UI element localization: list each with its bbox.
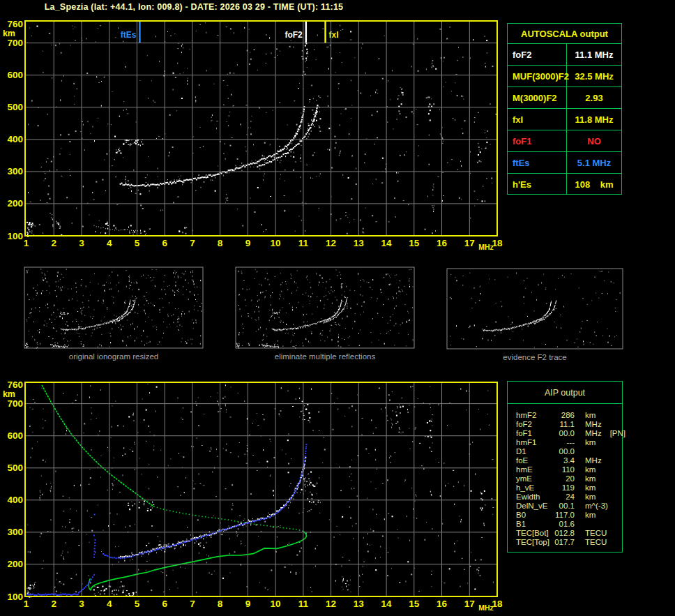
autoscala-table: AUTOSCALA output foF211.1 MHzMUF(3000)F2… [507, 23, 622, 195]
aip-row-foe: foE3.4MHz [508, 456, 622, 465]
aip-value: 119 [551, 483, 575, 493]
aip-name: hmF2 [508, 411, 551, 420]
svg-text:17: 17 [464, 599, 475, 609]
autoscala-table-header: AUTOSCALA output [508, 24, 621, 43]
aip-table: AIP output hmF2286kmfoF211.1MHzfoF100.0M… [507, 381, 623, 553]
thumbnail-plot-2 [447, 269, 623, 349]
svg-text:3: 3 [79, 599, 84, 609]
svg-text:8: 8 [218, 599, 223, 609]
svg-text:6: 6 [162, 599, 167, 609]
aip-value: 20 [551, 474, 575, 483]
aip-value: --- [551, 438, 575, 447]
svg-text:11: 11 [298, 599, 309, 609]
thumbnail-plot-1 [236, 267, 414, 348]
fxi-marker: fxI [326, 22, 339, 43]
aip-unit: km [585, 493, 596, 502]
y-axis-unit-label: km [3, 29, 15, 38]
aip-unit: km [585, 483, 596, 493]
aip-value: 012.8 [551, 529, 575, 538]
aip-unit: MHz [585, 456, 602, 465]
autoscala-param-value: 32.5 MHz [567, 66, 621, 87]
autoscala-param-name: fxI [508, 109, 567, 130]
top-ionogram-plot: ftEsfoF2fxI760700600500400300200100km123… [3, 19, 503, 252]
aip-table-rows: hmF2286kmfoF211.1MHzfoF100.0MHz[PN]hmF1-… [508, 404, 622, 547]
aip-row-hmf1: hmF1---km [508, 438, 622, 447]
aip-unit: km [585, 511, 596, 520]
svg-text:7: 7 [190, 238, 195, 248]
aip-value: 00.0 [551, 429, 575, 438]
aip-name: TEC[Bot] [508, 529, 551, 538]
aip-unit: MHz [585, 429, 602, 438]
autoscala-param-value: 5.1 MHz [567, 152, 621, 173]
scaled-trace-blue [26, 444, 308, 596]
svg-text:9: 9 [245, 238, 251, 248]
aip-name: Ewidth [508, 493, 551, 502]
bottom-ionogram-plot: 760700600500400300200100km12345678910111… [3, 380, 503, 613]
autoscala-row-fof2: foF211.1 MHz [508, 43, 621, 65]
autoscala-row-hes: h'Es108 km [508, 173, 621, 195]
autoscala-param-value: 2.93 [567, 87, 621, 108]
aip-name: TEC[Top] [508, 538, 551, 547]
aip-name: B0 [508, 511, 551, 520]
autoscala-param-value: 108 km [567, 174, 621, 195]
aip-value: 3.4 [551, 456, 575, 465]
svg-text:2: 2 [51, 599, 56, 609]
svg-text:400: 400 [7, 134, 23, 144]
svg-text:760: 760 [7, 19, 23, 29]
autoscala-param-name: ftEs [508, 152, 567, 173]
svg-text:10: 10 [271, 599, 281, 609]
aip-row-fof1: foF100.0MHz[PN] [508, 429, 622, 438]
fof2-marker: foF2 [285, 22, 305, 43]
aip-value: 286 [551, 411, 575, 420]
aip-row-hve: h_vE119km [508, 483, 622, 493]
aip-row-hme: hmE110km [508, 465, 622, 474]
svg-text:6: 6 [162, 238, 167, 248]
aip-row-ewidth: Ewidth24km [508, 493, 622, 502]
fxi-marker-label: fxI [329, 30, 339, 40]
thumbnail-caption-multiple-reflections: eliminate multiple reflections [236, 352, 414, 361]
autoscala-row-fxi: fxI11.8 MHz [508, 108, 621, 130]
svg-text:13: 13 [354, 599, 365, 609]
autoscala-param-name: h'Es [508, 174, 567, 195]
aip-row-d1: D100.0 [508, 447, 622, 456]
svg-text:300: 300 [7, 166, 23, 176]
aip-unit: km [585, 438, 596, 447]
aip-row-tectop: TEC[Top]017.7TECU [508, 538, 622, 547]
aip-value: 117.0 [551, 511, 575, 520]
fof2-marker-label: foF2 [285, 30, 303, 40]
aip-row-hmf2: hmF2286km [508, 411, 622, 420]
thumbnail-caption-f2-trace: evidence F2 trace [447, 353, 623, 361]
svg-text:200: 200 [7, 198, 23, 209]
aip-value: 00.0 [551, 447, 575, 456]
aip-name: hmF1 [508, 438, 551, 447]
svg-text:12: 12 [326, 599, 336, 609]
autoscala-param-value: 11.1 MHz [567, 44, 621, 65]
autoscala-param-name: MUF(3000)F2 [508, 66, 567, 87]
svg-text:600: 600 [7, 70, 23, 80]
autoscala-param-value: NO [567, 130, 621, 151]
svg-text:13: 13 [354, 238, 365, 248]
aip-unit: km [585, 474, 596, 483]
svg-text:11: 11 [298, 238, 309, 248]
y-axis-unit-label: km [3, 389, 15, 399]
aip-row-yme: ymE20km [508, 474, 622, 483]
x-axis-unit-label: MHz [478, 603, 494, 612]
aip-row-b1: B101.6 [508, 520, 622, 529]
aip-value: 017.7 [551, 538, 575, 547]
thumbnail-caption-original: original ionogram resized [24, 352, 203, 361]
autoscala-row-muf3000f2: MUF(3000)F232.5 MHz [508, 65, 621, 87]
aip-unit: m^(-3) [585, 502, 608, 511]
svg-text:500: 500 [7, 102, 23, 112]
svg-text:15: 15 [409, 599, 420, 609]
aip-row-delnve: DelN_vE00.1m^(-3) [508, 502, 622, 511]
svg-text:18: 18 [492, 599, 503, 609]
aip-row-b0: B0117.0km [508, 511, 622, 520]
aip-unit: MHz [585, 420, 602, 429]
svg-text:14: 14 [381, 599, 393, 609]
aip-name: ymE [508, 474, 551, 483]
x-axis-unit-label: MHz [478, 243, 494, 251]
ftes-marker-label: ftEs [121, 30, 137, 40]
aip-value: 11.1 [551, 420, 575, 429]
svg-text:400: 400 [7, 495, 23, 505]
aip-name: hmE [508, 465, 551, 474]
